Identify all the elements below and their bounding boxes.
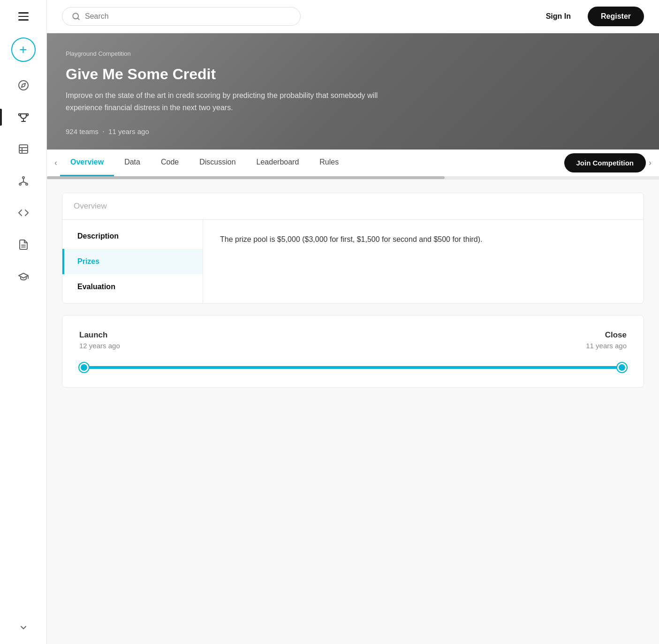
overview-nav-evaluation[interactable]: Evaluation [62,274,203,300]
tab-discussion[interactable]: Discussion [189,150,246,176]
teams-count: 924 teams [66,127,98,135]
close-time: 11 years ago [586,342,627,350]
meta-separator: · [102,127,105,136]
code-icon [18,207,29,218]
tab-scroll-left[interactable]: ‹ [52,154,60,172]
trophy-icon [18,112,29,123]
tab-overview[interactable]: Overview [60,150,114,176]
sidebar-item-code[interactable] [11,202,36,223]
sign-in-button[interactable]: Sign In [538,8,578,24]
sidebar-item-datasets[interactable] [11,139,36,159]
learn-icon [18,271,29,282]
tab-data[interactable]: Data [114,150,151,176]
competition-description: Improve on the state of the art in credi… [66,90,394,113]
top-navigation: Sign In Register [47,0,659,33]
svg-line-11 [23,182,27,183]
timeline-header: Launch 12 years ago Close 11 years ago [79,330,627,350]
svg-line-10 [20,182,23,183]
timeline-track [79,363,627,372]
svg-line-15 [77,18,79,19]
main-content: Sign In Register Playground Competition … [47,0,659,644]
overview-nav-prizes[interactable]: Prizes [62,249,203,274]
launch-time: 12 years ago [79,342,120,350]
register-button[interactable]: Register [588,7,644,26]
tab-leaderboard[interactable]: Leaderboard [246,150,310,176]
hero-meta: 924 teams · 11 years ago [66,127,640,136]
compass-icon [18,80,29,91]
collapse-sidebar-button[interactable] [19,623,28,635]
tab-bar: ‹ Overview Data Code Discussion Leaderbo… [47,150,659,176]
timeline-launch: Launch 12 years ago [79,330,120,350]
tab-scroll-right[interactable]: › [646,154,654,172]
timeline-end-dot [617,363,627,372]
hero-banner: Playground Competition Give Me Some Cred… [47,33,659,150]
timeline-start-dot [79,363,89,372]
add-button[interactable]: + [11,37,36,62]
overview-prizes-content: The prize pool is $5,000 ($3,000 for fir… [203,220,644,303]
tab-code[interactable]: Code [151,150,189,176]
search-bar[interactable] [62,7,301,26]
timeline-line [79,366,627,369]
content-area: Overview Description Prizes Evaluation T… [47,180,659,401]
sidebar-nav [11,75,36,287]
scroll-indicator-fill [47,176,445,179]
document-icon [18,239,29,250]
scroll-indicator-bar [47,176,659,179]
sidebar-item-models[interactable] [11,171,36,191]
tab-rules[interactable]: Rules [309,150,349,176]
overview-card-header: Overview [62,193,644,220]
overview-card: Overview Description Prizes Evaluation T… [62,193,644,304]
sidebar-item-compass[interactable] [11,75,36,96]
table-icon [18,143,29,155]
tab-bar-wrapper: ‹ Overview Data Code Discussion Leaderbo… [47,150,659,180]
hero-breadcrumb: Playground Competition [66,50,640,57]
sidebar-item-competitions[interactable] [11,107,36,127]
overview-section-title: Overview [74,202,632,211]
search-icon [72,12,80,21]
time-ago: 11 years ago [108,127,149,135]
overview-card-body: Description Prizes Evaluation The prize … [62,220,644,303]
sidebar-item-discussions[interactable] [11,234,36,255]
search-input[interactable] [85,12,291,21]
hierarchy-icon [18,175,29,187]
svg-rect-2 [19,145,28,153]
close-label: Close [586,330,627,340]
hamburger-menu-button[interactable] [15,8,32,24]
timeline-close: Close 11 years ago [586,330,627,350]
join-competition-button[interactable]: Join Competition [564,153,646,172]
sidebar: + [0,0,47,644]
competition-title: Give Me Some Credit [66,66,640,83]
sidebar-item-learn[interactable] [11,266,36,287]
svg-point-0 [19,81,28,90]
launch-label: Launch [79,330,120,340]
chevron-down-icon [19,623,28,632]
timeline-card: Launch 12 years ago Close 11 years ago [62,315,644,388]
overview-nav: Description Prizes Evaluation [62,220,203,303]
svg-marker-1 [21,83,25,87]
overview-nav-description[interactable]: Description [62,224,203,249]
